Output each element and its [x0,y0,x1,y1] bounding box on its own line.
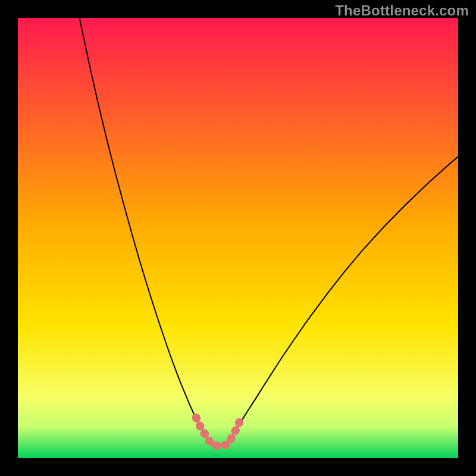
chart-frame: TheBottleneck.com [0,0,476,476]
plot-area [18,18,458,458]
chart-svg [18,18,458,458]
gradient-bg [18,18,458,458]
watermark-text: TheBottleneck.com [335,2,469,19]
